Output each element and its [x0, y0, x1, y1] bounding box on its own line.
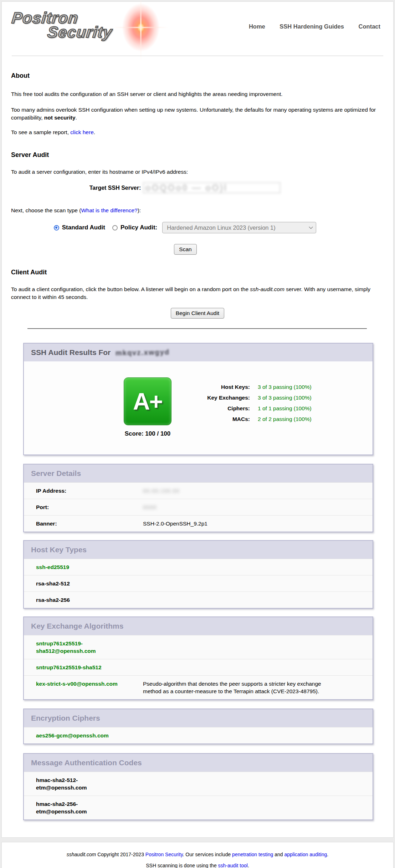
kex-description: Pseudo-algorithm that denotes the peer s… — [143, 680, 335, 695]
banner-value: SSH-2.0-OpenSSH_9.2p1 — [143, 520, 207, 527]
kex-row: kex-strict-s-v00@openssh.com Pseudo-algo… — [24, 675, 373, 699]
about-paragraph-1: This free tool audits the configuration … — [11, 90, 384, 98]
scan-button-row: Scan — [0, 244, 372, 255]
client-audit-paragraph: To audit a client configuration, click t… — [11, 285, 384, 301]
mac-name: hmac-sha2-256- etm@openssh.com — [36, 800, 143, 815]
macs-header: Message Authentication Codes — [24, 754, 373, 772]
footer-copyright-text: Copyright 2017-2023 — [96, 852, 145, 857]
results-heading: SSH Audit Results For — [31, 348, 111, 356]
client-audit-heading: Client Audit — [11, 269, 384, 275]
main-nav: Home SSH Hardening Guides Contact — [236, 23, 380, 30]
kex-name: sntrup761x25519-sha512 — [36, 664, 143, 671]
footer-positron-link[interactable]: Positron Security — [145, 852, 183, 857]
kex-description — [143, 640, 335, 655]
kex-name: kex-strict-s-v00@openssh.com — [36, 680, 143, 695]
policy-audit-radio[interactable] — [112, 225, 118, 230]
positron-security-logo[interactable]: Positron Security — [12, 10, 169, 52]
target-server-label: Target SSH Server: — [89, 185, 141, 191]
footer-pentest-link[interactable]: penetration testing — [232, 852, 273, 857]
standard-audit-radio[interactable] — [54, 225, 59, 230]
sample-report-period: . — [94, 129, 95, 135]
footer-text: . Our services include — [183, 852, 232, 857]
policy-selected-option: Hardened Amazon Linux 2023 (version 1) — [167, 224, 276, 231]
section-divider — [27, 328, 367, 329]
host-key-name: ssh-ed25519 — [36, 563, 143, 571]
site-footer: sshaudit.com Copyright 2017-2023 Positro… — [1, 842, 394, 868]
grade-badge: A+ — [124, 377, 171, 425]
footer-scanning-text: SSH scanning is done using the — [146, 863, 218, 868]
page-content: About This free tool audits the configur… — [2, 72, 393, 820]
policy-select[interactable]: Hardened Amazon Linux 2023 (version 1) — [162, 222, 316, 233]
server-audit-intro: To audit a server configuration, enter i… — [11, 168, 384, 176]
stat-label: Host Keys: — [186, 382, 250, 392]
begin-client-audit-row: Begin Client Audit — [11, 308, 384, 319]
stat-value: 3 of 3 passing (100%) — [258, 392, 312, 403]
detail-row-banner: Banner: SSH-2.0-OpenSSH_9.2p1 — [24, 515, 373, 532]
about-paragraph-2: Too many admins overlook SSH configurati… — [11, 106, 384, 122]
key-exchange-panel: Key Exchange Algorithms sntrup761x25519-… — [23, 616, 373, 700]
begin-client-audit-button[interactable]: Begin Client Audit — [171, 308, 224, 319]
stat-value: 1 of 1 passing (100%) — [258, 403, 312, 414]
stat-row-host-keys: Host Keys: 3 of 3 passing (100%) — [186, 382, 312, 392]
stat-row-key-exchanges: Key Exchanges: 3 of 3 passing (100%) — [186, 392, 312, 403]
scan-type-line: Next, choose the scan type (What is the … — [11, 207, 384, 214]
policy-audit-label: Policy Audit: — [120, 224, 157, 231]
scan-type-difference-link[interactable]: What is the difference? — [81, 207, 137, 213]
grade-letter: A+ — [133, 388, 162, 415]
server-audit-heading: Server Audit — [11, 152, 384, 158]
scan-button[interactable]: Scan — [174, 244, 196, 255]
encryption-ciphers-header: Encryption Ciphers — [24, 709, 373, 727]
footer-auditing-link[interactable]: application auditing — [284, 852, 327, 857]
results-content: A+ Score: 100 / 100 Host Keys: 3 of 3 pa… — [24, 361, 373, 455]
redacted-ip-address: 88.88.188.88 — [143, 487, 180, 494]
score-label: Score: 100 / 100 — [124, 430, 171, 437]
server-details-panel: Server Details IP Address: 88.88.188.88 … — [23, 464, 373, 532]
client-audit-text: To audit a client configuration, click t… — [11, 286, 250, 292]
target-server-row: Target SSH Server: oOQOo0 — oO)l — [0, 182, 371, 193]
about-p2-bold: not security — [44, 115, 76, 121]
detail-label: IP Address: — [36, 487, 143, 494]
stat-value: 2 of 2 passing (100%) — [258, 414, 312, 425]
stat-label: Ciphers: — [186, 403, 250, 414]
client-audit-domain: ssh-audit.com — [250, 286, 284, 292]
detail-label: Banner: — [36, 520, 143, 527]
footer-period: . — [327, 852, 328, 857]
host-key-row: rsa-sha2-512 — [24, 575, 373, 592]
about-paragraph-3: To see a sample report, click here. — [11, 128, 384, 136]
target-server-input[interactable]: oOQOo0 — oO)l — [143, 182, 281, 193]
results-panel: SSH Audit Results For mkqvz.xwgyd A+ Sco… — [23, 343, 373, 455]
footer-ssh-audit-tool-link[interactable]: ssh-audit tool — [218, 863, 248, 868]
host-key-name: rsa-sha2-256 — [36, 596, 143, 604]
chevron-down-icon — [309, 225, 313, 229]
kex-description — [143, 664, 335, 671]
stat-row-ciphers: Ciphers: 1 of 1 passing (100%) — [186, 403, 312, 414]
site-header: Positron Security Home SSH Hardening Gui… — [2, 2, 393, 56]
kex-row: sntrup761x25519- sha512@openssh.com — [24, 635, 373, 659]
detail-label: Port: — [36, 503, 143, 511]
results-panel-header: SSH Audit Results For mkqvz.xwgyd — [24, 344, 373, 361]
scan-type-text: Next, choose the scan type ( — [11, 207, 81, 213]
footer-text: and — [273, 852, 284, 857]
nav-ssh-hardening-guides[interactable]: SSH Hardening Guides — [279, 23, 344, 30]
cipher-row: aes256-gcm@openssh.com — [24, 727, 373, 743]
host-key-name: rsa-sha2-512 — [36, 580, 143, 587]
host-key-types-panel: Host Key Types ssh-ed25519 rsa-sha2-512 … — [23, 540, 373, 609]
nav-contact[interactable]: Contact — [359, 23, 380, 30]
scan-type-suffix: ): — [138, 207, 141, 213]
encryption-ciphers-panel: Encryption Ciphers aes256-gcm@openssh.co… — [23, 709, 373, 744]
key-exchange-header: Key Exchange Algorithms — [24, 617, 373, 635]
detail-row-port: Port: 8888 — [24, 499, 373, 515]
footer-site-name: sshaudit.com — [67, 852, 96, 857]
host-key-row: ssh-ed25519 — [24, 559, 373, 575]
logo-line-2: Security — [47, 24, 170, 40]
server-details-header: Server Details — [24, 465, 373, 482]
kex-name: sntrup761x25519- sha512@openssh.com — [36, 640, 143, 655]
nav-home[interactable]: Home — [249, 23, 265, 30]
kex-row: sntrup761x25519-sha512 — [24, 659, 373, 675]
sample-report-link[interactable]: click here — [70, 129, 93, 135]
grade-column: A+ Score: 100 / 100 — [124, 377, 171, 437]
cipher-name: aes256-gcm@openssh.com — [36, 732, 143, 739]
detail-row-ip: IP Address: 88.88.188.88 — [24, 482, 373, 499]
stat-label: MACs: — [186, 414, 250, 425]
scan-type-options-row: Standard Audit Policy Audit: Hardened Am… — [0, 222, 371, 233]
